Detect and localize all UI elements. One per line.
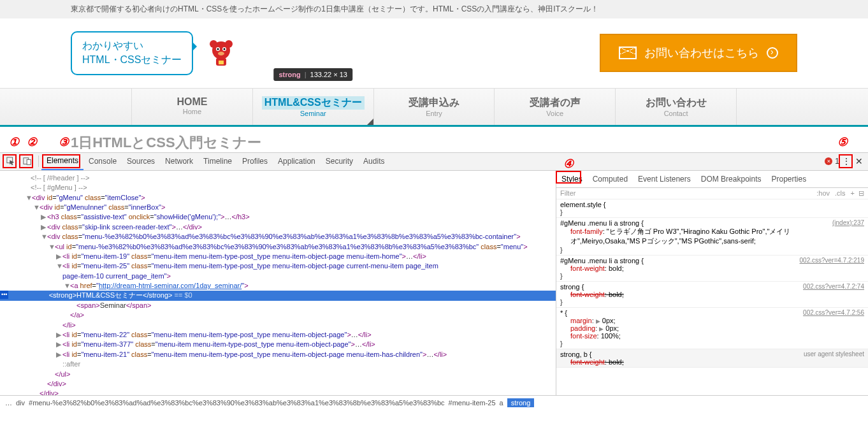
annotation-1: ① (9, 135, 19, 149)
nav-label: お問い合わせ (616, 96, 736, 110)
bc-item[interactable]: div (16, 399, 25, 407)
svg-rect-9 (219, 61, 224, 64)
nav-voice[interactable]: 受講者の声 Voice (494, 89, 615, 125)
styles-tab-computed[interactable]: Computed (588, 171, 633, 187)
style-rule[interactable]: 002.css?ver=4.7.2:74 strong { font-weigh… (556, 282, 868, 308)
annotation-1-box (3, 154, 17, 168)
style-rule[interactable]: (index):237 #gMenu .menu li a strong { f… (556, 218, 868, 256)
svg-point-2 (225, 40, 233, 48)
dom-node[interactable]: ▼<div id="gMenu" class="itemClose"> (25, 193, 556, 203)
dom-node[interactable]: ▶<div class="skip-link screen-reader-tex… (41, 222, 556, 232)
bc-item-selected[interactable]: strong (507, 398, 535, 407)
tab-application[interactable]: Application (273, 153, 321, 170)
bc-item[interactable]: #menu-%e3%82%b0%e3%83%ad%ad%e3%83%bc%e3%… (29, 399, 445, 407)
svg-point-6 (224, 48, 226, 50)
annotation-2-box (19, 154, 33, 168)
styles-tab-listeners[interactable]: Event Listeners (633, 171, 696, 187)
devtools-panel: ① ② ③ ④ ⑤ Elements Console Sources Netwo… (0, 152, 868, 410)
dom-node[interactable]: ▶<li id="menu-item-377" class="menu-item… (56, 340, 556, 349)
dom-node[interactable]: ▶<li id="menu-item-21" class="menu-item … (56, 350, 556, 359)
header: わかりやすい HTML・CSSセミナー お問い合わせはこちら (71, 18, 797, 88)
global-nav: HOME Home strong | 133.22 × 13 HTML&CSSセ… (0, 88, 868, 127)
tab-security[interactable]: Security (321, 153, 358, 170)
svg-point-1 (210, 40, 217, 48)
dom-node[interactable]: ▼<ul id="menu-%e3%82%b0%e3%83%ad%e3%83%b… (48, 242, 556, 252)
nav-label: 受講申込み (374, 96, 495, 110)
dom-node[interactable]: ▼<li id="menu-item-25" class="menu-item … (56, 261, 556, 271)
dom-breadcrumb[interactable]: … div #menu-%e3%82%b0%e3%83%ad%ad%e3%83%… (0, 395, 868, 410)
add-rule-icon[interactable]: + (851, 189, 855, 197)
close-icon[interactable]: ✕ (853, 156, 865, 166)
source-link[interactable]: 002.css?ver=4.7.2:74 (803, 283, 864, 290)
dom-node[interactable]: </div> (47, 379, 556, 389)
nav-seminar[interactable]: strong | 133.22 × 13 HTML&CSSセミナー Semina… (252, 89, 373, 125)
styles-tab-breakpoints[interactable]: DOM Breakpoints (696, 171, 767, 187)
style-rule[interactable]: user agent stylesheet strong, b { font-w… (556, 349, 868, 368)
dom-pseudo[interactable]: ::after (62, 359, 556, 369)
tab-sources[interactable]: Sources (122, 153, 160, 170)
tab-audits[interactable]: Audits (358, 153, 389, 170)
bubble-line1: わかりやすい (82, 39, 182, 53)
mascot-icon (206, 38, 236, 68)
svg-point-7 (218, 52, 224, 55)
dom-node[interactable]: ▶<li id="menu-item-22" class="menu-item … (56, 330, 556, 340)
dom-node-selected[interactable]: ••• <strong>HTML&CSSセミナー</strong> == $0 (0, 291, 556, 300)
tooltip-dims: 133.22 × 13 (310, 71, 347, 78)
arrow-circle-icon (767, 47, 778, 59)
error-icon[interactable]: × (825, 157, 832, 165)
elements-tree[interactable]: <!-- [ /#header ] --> <!-- [ #gMenu ] --… (0, 171, 556, 395)
nav-label: 受講者の声 (495, 96, 615, 110)
styles-tab-properties[interactable]: Properties (766, 171, 811, 187)
dom-node[interactable]: </ul> (55, 370, 556, 379)
source-link: user agent stylesheet (804, 351, 864, 358)
bubble-line2: HTML・CSSセミナー (82, 53, 182, 67)
nav-home[interactable]: HOME Home (131, 89, 252, 125)
contact-button[interactable]: お問い合わせはこちら (600, 34, 797, 72)
nav-sublabel: Seminar (253, 110, 373, 117)
tab-network[interactable]: Network (160, 153, 198, 170)
tab-timeline[interactable]: Timeline (198, 153, 237, 170)
tooltip-tag: strong (278, 71, 300, 78)
nav-sublabel: Voice (495, 110, 615, 117)
source-link[interactable]: 002.css?ver=4.7.2:219 (800, 257, 864, 264)
nav-contact[interactable]: お問い合わせ Contact (615, 89, 737, 125)
dom-node[interactable]: </a> (70, 310, 556, 320)
nav-sublabel: Home (132, 108, 252, 115)
speech-bubble: わかりやすい HTML・CSSセミナー (71, 31, 193, 75)
bc-item[interactable]: … (5, 399, 12, 407)
nav-sublabel: Contact (616, 110, 736, 117)
style-rule[interactable]: 002.css?ver=4.7.2:219 #gMenu .menu li a … (556, 256, 868, 282)
nav-entry[interactable]: 受講申込み Entry (373, 89, 495, 125)
dom-node[interactable]: <span>Seminar</span> (76, 301, 556, 310)
tooltip-sep: | (305, 71, 307, 78)
style-rule[interactable]: element.style { } (556, 199, 868, 218)
annotation-4: ④ (563, 157, 574, 171)
annotation-3-box (42, 154, 80, 168)
bc-item[interactable]: #menu-item-25 (449, 399, 496, 407)
tab-console[interactable]: Console (83, 153, 122, 170)
bc-item[interactable]: a (500, 399, 503, 407)
style-rule[interactable]: 002.css?ver=4.7.2:56 * { margin: ▶ 0px; … (556, 308, 868, 349)
dom-node[interactable]: </li> (62, 321, 556, 330)
dom-node[interactable]: page-item-10 current_page_item"> (62, 271, 556, 281)
banner-text: 東京都で開催する初心者向けのHTML・CSSを使ったホームページ制作の1日集中講… (71, 4, 797, 15)
dom-node[interactable]: ▼<div class="menu-%e3%82%b0%e3%83%ad%e3%… (41, 232, 556, 242)
cls-toggle[interactable]: .cls (835, 189, 846, 197)
envelope-icon (619, 47, 637, 59)
tab-profiles[interactable]: Profiles (237, 153, 273, 170)
styles-filter-input[interactable]: Filter (560, 189, 575, 197)
source-link[interactable]: 002.css?ver=4.7.2:56 (803, 309, 864, 316)
pin-icon[interactable]: ⊟ (858, 189, 864, 198)
nav-label: HOME (132, 96, 252, 108)
page-title: 1日HTMLとCSS入門セミナー (71, 133, 797, 152)
hov-toggle[interactable]: :hov (816, 189, 830, 197)
dom-node[interactable]: </div> (40, 389, 556, 394)
annotation-3: ③ (59, 135, 69, 149)
dom-node[interactable]: ▼<div id="gMenuInner" class="innerBox"> (33, 203, 556, 212)
source-link[interactable]: (index):237 (832, 219, 864, 226)
dom-node[interactable]: ▶<li id="menu-item-19" class="menu-item … (56, 252, 556, 261)
dom-node[interactable]: ▶<h3 class="assistive-text" onclick="sho… (41, 212, 556, 222)
dom-comment: <!-- [ #gMenu ] --> (31, 183, 556, 192)
nav-label: HTML&CSSセミナー (262, 96, 365, 110)
dom-node[interactable]: ▼<a href="http://dream-html-seminar.com/… (64, 281, 556, 291)
